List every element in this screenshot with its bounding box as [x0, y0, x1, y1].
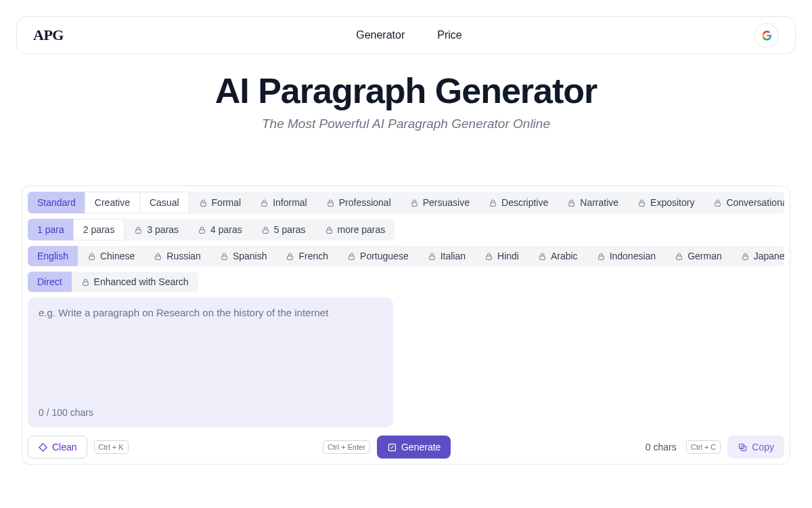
paras-chip-more[interactable]: more paras — [315, 219, 395, 240]
style-chip-standard[interactable]: Standard — [28, 192, 85, 213]
nav-generator[interactable]: Generator — [356, 29, 405, 41]
lang-chip-japanese[interactable]: Japanese — [731, 246, 784, 266]
svg-rect-14 — [89, 255, 95, 259]
chip-label: Italian — [441, 251, 466, 261]
lock-icon — [260, 198, 269, 207]
style-chip-casual[interactable]: Casual — [139, 192, 189, 213]
chip-label: 3 paras — [147, 224, 179, 235]
language-row: English Chinese Russian Spanish French P… — [28, 246, 784, 266]
lock-icon — [567, 198, 576, 207]
svg-rect-20 — [487, 255, 492, 259]
output-char-count: 0 chars — [646, 442, 677, 452]
chip-label: Hindi — [497, 251, 519, 261]
button-label: Copy — [752, 442, 774, 452]
chip-label: French — [298, 251, 328, 261]
kbd-copy: Ctrl + C — [686, 440, 721, 454]
kbd-clean: Ctrl + K — [94, 440, 129, 454]
chip-label: Japanese — [754, 251, 784, 261]
google-g-icon — [762, 30, 772, 41]
lang-chip-chinese[interactable]: Chinese — [78, 246, 144, 266]
logo[interactable]: APG — [33, 26, 64, 44]
chip-label: more paras — [338, 224, 386, 235]
lock-icon — [326, 198, 335, 207]
lang-chip-italian[interactable]: Italian — [418, 246, 475, 266]
chip-label: 4 paras — [210, 224, 242, 235]
copy-icon — [738, 442, 748, 452]
page-title: AI Paragraph Generator — [0, 70, 812, 111]
lock-icon — [428, 252, 436, 261]
paragraph-count-row: 1 para 2 paras 3 paras 4 paras 5 paras m… — [28, 219, 394, 240]
chip-label: German — [687, 251, 722, 261]
svg-rect-24 — [742, 255, 748, 259]
svg-rect-27 — [83, 281, 88, 284]
chip-label: Informal — [273, 197, 307, 208]
lock-icon — [597, 252, 606, 261]
style-chip-conversational[interactable]: Conversational — [704, 192, 784, 213]
lock-icon — [154, 252, 162, 261]
button-label: Generate — [401, 442, 441, 452]
generate-button[interactable]: Generate — [377, 436, 451, 459]
style-chip-formal[interactable]: Formal — [189, 192, 251, 213]
chip-label: Portuguese — [360, 251, 409, 261]
prompt-input-wrap: 0 / 100 chars — [28, 297, 393, 427]
lang-chip-spanish[interactable]: Spanish — [210, 246, 277, 266]
svg-rect-6 — [639, 202, 645, 205]
lock-icon — [489, 198, 497, 207]
mode-chip-enhanced[interactable]: Enhanced with Search — [72, 272, 198, 292]
lang-chip-english[interactable]: English — [28, 246, 78, 266]
lock-icon — [261, 226, 270, 234]
lang-chip-hindi[interactable]: Hindi — [475, 246, 528, 266]
chip-label: Persuasive — [423, 197, 470, 208]
lang-chip-german[interactable]: German — [665, 246, 731, 266]
svg-rect-12 — [263, 229, 269, 232]
button-label: Clean — [52, 442, 77, 452]
lock-icon — [713, 198, 722, 207]
action-bar: Clean Ctrl + K Ctrl + Enter Generate 0 c… — [28, 436, 784, 459]
svg-rect-23 — [677, 255, 682, 259]
lock-icon — [538, 252, 547, 261]
lock-icon — [675, 252, 683, 261]
svg-rect-10 — [136, 229, 141, 232]
paras-chip-3[interactable]: 3 paras — [125, 219, 188, 240]
chip-label: Descriptive — [501, 197, 548, 208]
paras-chip-4[interactable]: 4 paras — [188, 219, 252, 240]
mode-chip-direct[interactable]: Direct — [28, 272, 72, 292]
clean-button[interactable]: Clean — [28, 436, 87, 459]
lang-chip-indonesian[interactable]: Indonesian — [587, 246, 666, 266]
lang-chip-russian[interactable]: Russian — [144, 246, 210, 266]
svg-rect-16 — [222, 255, 227, 259]
svg-rect-7 — [715, 202, 721, 205]
chip-label: Narrative — [580, 197, 618, 208]
svg-rect-18 — [349, 255, 355, 259]
lock-icon — [220, 252, 229, 261]
pencil-square-icon — [387, 442, 397, 452]
style-chip-persuasive[interactable]: Persuasive — [401, 192, 479, 213]
style-chip-informal[interactable]: Informal — [250, 192, 317, 213]
google-signin-button[interactable] — [754, 23, 779, 47]
style-chip-descriptive[interactable]: Descriptive — [479, 192, 558, 213]
lock-icon — [286, 252, 294, 261]
content-row: 0 / 100 chars — [28, 297, 784, 427]
style-chip-narrative[interactable]: Narrative — [558, 192, 628, 213]
lang-chip-portuguese[interactable]: Portuguese — [338, 246, 418, 266]
svg-rect-13 — [326, 229, 332, 232]
copy-button[interactable]: Copy — [727, 436, 784, 459]
paras-chip-2[interactable]: 2 paras — [73, 219, 125, 240]
lang-chip-french[interactable]: French — [276, 246, 338, 266]
lock-icon — [741, 252, 750, 261]
paras-chip-1[interactable]: 1 para — [28, 219, 74, 240]
paras-chip-5[interactable]: 5 paras — [252, 219, 315, 240]
svg-rect-1 — [262, 202, 267, 205]
lock-icon — [199, 198, 208, 207]
style-chip-professional[interactable]: Professional — [317, 192, 401, 213]
svg-rect-17 — [288, 255, 293, 259]
lock-icon — [347, 252, 356, 261]
nav-price[interactable]: Price — [437, 29, 461, 41]
prompt-textarea[interactable] — [39, 307, 382, 388]
lang-chip-arabic[interactable]: Arabic — [528, 246, 587, 266]
primary-nav: Generator Price — [64, 29, 754, 41]
style-chip-expository[interactable]: Expository — [628, 192, 704, 213]
style-chip-creative[interactable]: Creative — [85, 192, 140, 213]
kbd-generate: Ctrl + Enter — [323, 440, 370, 454]
svg-rect-3 — [411, 202, 417, 205]
